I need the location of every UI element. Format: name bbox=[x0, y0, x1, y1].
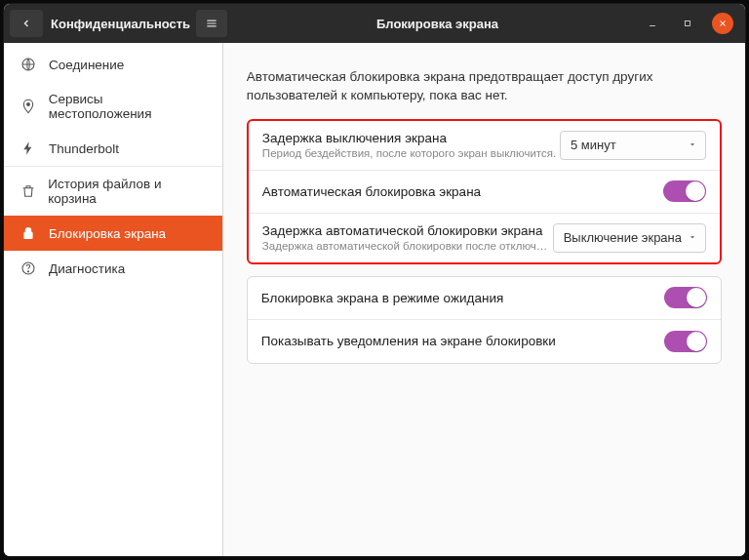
sidebar-item-location[interactable]: Сервисы местоположения bbox=[4, 82, 222, 131]
row-title: Блокировка экрана в режиме ожидания bbox=[261, 291, 664, 305]
row-auto-lock: Автоматическая блокировка экрана bbox=[249, 171, 720, 214]
lock-icon bbox=[20, 225, 37, 241]
svg-point-11 bbox=[27, 271, 28, 272]
chevron-down-icon bbox=[688, 138, 697, 152]
chevron-down-icon bbox=[688, 230, 697, 245]
titlebar-right: Блокировка экрана bbox=[233, 4, 745, 43]
auto-lock-switch[interactable] bbox=[663, 180, 706, 202]
sidebar-item-label: Соединение bbox=[49, 58, 124, 72]
row-suspend-lock: Блокировка экрана в режиме ожидания bbox=[248, 277, 721, 320]
back-button[interactable] bbox=[10, 10, 43, 37]
sidebar-item-label: Диагностика bbox=[49, 261, 125, 276]
row-text: Автоматическая блокировка экрана bbox=[262, 184, 663, 199]
minimize-icon bbox=[648, 19, 657, 28]
close-button[interactable] bbox=[712, 13, 733, 34]
titlebar-left: Конфиденциальность bbox=[4, 4, 233, 43]
blank-delay-combo[interactable]: 5 минут bbox=[560, 131, 706, 160]
row-title: Показывать уведомления на экране блокиро… bbox=[261, 334, 664, 348]
combo-value: 5 минут bbox=[571, 138, 616, 152]
sidebar-item-label: История файлов и корзина bbox=[48, 177, 207, 206]
thunderbolt-icon bbox=[20, 140, 37, 156]
switch-knob bbox=[687, 332, 706, 351]
sidebar-title: Конфиденциальность bbox=[43, 17, 196, 31]
row-title: Автоматическая блокировка экрана bbox=[262, 184, 663, 199]
close-icon bbox=[718, 19, 728, 28]
titlebar: Конфиденциальность Блокировка экрана bbox=[4, 4, 745, 43]
sidebar-item-diagnostics[interactable]: Диагностика bbox=[4, 251, 222, 286]
sidebar-item-file-history[interactable]: История файлов и корзина bbox=[4, 167, 222, 216]
maximize-button[interactable] bbox=[677, 13, 698, 34]
row-text: Задержка автоматической блокировки экран… bbox=[262, 223, 553, 252]
row-auto-lock-delay: Задержка автоматической блокировки экран… bbox=[249, 214, 720, 262]
sidebar-item-connectivity[interactable]: Соединение bbox=[4, 47, 222, 82]
trash-icon bbox=[20, 183, 36, 199]
switch-knob bbox=[687, 288, 706, 307]
location-icon bbox=[20, 99, 37, 114]
minimize-button[interactable] bbox=[642, 13, 663, 34]
combo-value: Выключение экрана bbox=[564, 230, 682, 245]
notifications-switch[interactable] bbox=[664, 331, 707, 352]
sidebar-item-label: Thunderbolt bbox=[49, 141, 119, 156]
settings-group-highlighted: Задержка выключения экрана Период бездей… bbox=[247, 119, 722, 264]
row-text: Задержка выключения экрана Период бездей… bbox=[262, 131, 560, 159]
hamburger-icon bbox=[205, 17, 218, 30]
row-text: Показывать уведомления на экране блокиро… bbox=[261, 334, 664, 348]
settings-group: Блокировка экрана в режиме ожидания Пока… bbox=[247, 276, 722, 364]
sidebar-item-label: Сервисы местоположения bbox=[49, 92, 207, 121]
sidebar: Соединение Сервисы местоположения Thunde… bbox=[4, 43, 223, 556]
spacer bbox=[247, 264, 722, 276]
row-title: Задержка выключения экрана bbox=[262, 131, 560, 145]
help-icon bbox=[20, 260, 37, 276]
row-blank-delay: Задержка выключения экрана Период бездей… bbox=[249, 121, 720, 171]
maximize-icon bbox=[683, 19, 692, 28]
window-body: Соединение Сервисы местоположения Thunde… bbox=[4, 43, 745, 556]
content-area: Автоматическая блокировка экрана предотв… bbox=[223, 43, 745, 556]
auto-lock-delay-combo[interactable]: Выключение экрана bbox=[553, 223, 706, 253]
row-text: Блокировка экрана в режиме ожидания bbox=[261, 291, 664, 305]
sidebar-item-screen-lock[interactable]: Блокировка экрана bbox=[4, 216, 222, 251]
globe-icon bbox=[20, 57, 37, 72]
row-title: Задержка автоматической блокировки экран… bbox=[262, 223, 553, 238]
hamburger-menu-button[interactable] bbox=[196, 10, 227, 37]
window-controls bbox=[642, 13, 745, 34]
svg-point-8 bbox=[26, 102, 29, 105]
content-description: Автоматическая блокировка экрана предотв… bbox=[247, 68, 722, 105]
row-subtitle: Период бездействия, после которого экран… bbox=[262, 147, 560, 159]
suspend-lock-switch[interactable] bbox=[664, 287, 707, 308]
svg-rect-9 bbox=[24, 232, 32, 238]
row-notifications: Показывать уведомления на экране блокиро… bbox=[248, 320, 721, 363]
row-subtitle: Задержка автоматической блокировки после… bbox=[262, 240, 553, 252]
svg-rect-4 bbox=[686, 21, 690, 26]
chevron-left-icon bbox=[20, 18, 32, 29]
page-title: Блокировка экрана bbox=[233, 17, 642, 31]
switch-knob bbox=[686, 181, 705, 201]
settings-window: Конфиденциальность Блокировка экрана bbox=[4, 4, 745, 556]
sidebar-item-thunderbolt[interactable]: Thunderbolt bbox=[4, 131, 222, 167]
sidebar-item-label: Блокировка экрана bbox=[49, 226, 166, 241]
